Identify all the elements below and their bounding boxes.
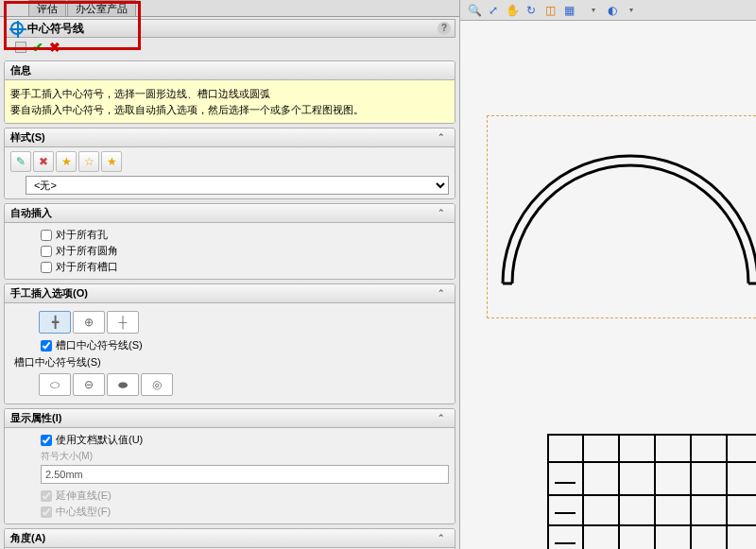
- zoom-icon[interactable]: 🔍: [466, 2, 483, 19]
- command-header: 中心符号线 ?: [4, 19, 455, 38]
- drawing-canvas[interactable]: [460, 21, 756, 549]
- scene-icon[interactable]: ◐: [604, 2, 621, 19]
- section-manual-title: 手工插入选项(O): [10, 286, 88, 300]
- collapse-icon[interactable]: ⌃: [438, 413, 449, 424]
- chk-ext-lines: [41, 490, 52, 502]
- lbl-size: 符号大小(M): [10, 448, 449, 465]
- arc-geometry: [479, 118, 756, 307]
- section-display-header[interactable]: 显示属性(I) ⌃: [5, 409, 455, 428]
- view-toolbar: 🔍 ⤢ ✋ ↻ ◫ ▦ ▾ ◐ ▾: [460, 0, 756, 21]
- chk-all-holes[interactable]: [41, 230, 52, 241]
- style-dropdown[interactable]: <无>: [26, 176, 449, 195]
- section-display-title: 显示属性(I): [10, 411, 61, 425]
- info-body: 要手工插入中心符号，选择一圆形边线、槽口边线或圆弧 要自动插入中心符号，选取自动…: [5, 80, 455, 123]
- style-addfav-btn[interactable]: ★: [56, 151, 77, 172]
- lbl-use-doc: 使用文档默认值(U): [56, 433, 143, 447]
- pan-icon[interactable]: ✋: [504, 2, 521, 19]
- lbl-slot-center-2: 槽口中心符号线(S): [10, 355, 449, 369]
- section-view-icon[interactable]: ◫: [541, 2, 558, 19]
- mark-style-line[interactable]: ┼: [107, 311, 139, 334]
- lbl-slot-center: 槽口中心符号线(S): [56, 338, 143, 352]
- lbl-ext-lines: 延伸直线(E): [56, 489, 112, 503]
- section-angle-title: 角度(A): [10, 531, 45, 545]
- display-style-icon[interactable]: ▦: [560, 2, 577, 19]
- section-style-title: 样式(S): [10, 130, 45, 145]
- mark-style-cross[interactable]: ╋: [39, 311, 71, 334]
- info-line2: 要自动插入中心符号，选取自动插入选项，然后选择一个或多个工程图视图。: [10, 102, 449, 118]
- ok-button[interactable]: ✔: [32, 40, 43, 55]
- lbl-all-slots: 对于所有槽口: [56, 260, 118, 274]
- table-geometry: [547, 434, 756, 549]
- slot-type-2[interactable]: ⊖: [73, 373, 105, 396]
- section-angle-header[interactable]: 角度(A) ⌃: [5, 529, 455, 548]
- section-display: 显示属性(I) ⌃ 使用文档默认值(U) 符号大小(M) 延伸直线(E) 中心线…: [4, 408, 455, 524]
- svg-rect-2: [548, 435, 756, 549]
- chk-slot-center[interactable]: [41, 340, 52, 352]
- cancel-button[interactable]: ✖: [49, 40, 60, 55]
- section-autoinsert: 自动插入 ⌃ 对于所有孔 对于所有圆角 对于所有槽口: [4, 203, 455, 280]
- section-info: 信息 要手工插入中心符号，选择一圆形边线、槽口边线或圆弧 要自动插入中心符号，选…: [4, 60, 455, 124]
- collapse-icon[interactable]: ⌃: [438, 533, 449, 544]
- section-style-header[interactable]: 样式(S) ⌃: [5, 129, 455, 147]
- center-mark-icon: [10, 22, 24, 35]
- zoom-fit-icon[interactable]: ⤢: [485, 2, 502, 19]
- chk-use-doc[interactable]: [41, 435, 52, 446]
- style-savefav-btn[interactable]: ★: [101, 151, 122, 172]
- collapse-icon[interactable]: ⌃: [438, 288, 449, 300]
- info-line1: 要手工插入中心符号，选择一圆形边线、槽口边线或圆弧: [10, 86, 449, 102]
- slot-type-1[interactable]: ⬭: [39, 373, 71, 396]
- collapse-icon[interactable]: ⌃: [438, 132, 449, 144]
- style-fav-btn[interactable]: ☆: [78, 151, 99, 172]
- chk-all-fillets[interactable]: [41, 246, 52, 257]
- mark-style-dot[interactable]: ⊕: [73, 311, 105, 334]
- section-info-header[interactable]: 信息: [5, 61, 455, 80]
- chk-center-line: [41, 506, 52, 518]
- style-delete-btn[interactable]: ✖: [33, 151, 54, 172]
- slot-type-4[interactable]: ◎: [141, 373, 173, 396]
- section-style: 样式(S) ⌃ ✎ ✖ ★ ☆ ★ <无>: [4, 128, 455, 199]
- tab-office[interactable]: 办公室产品: [67, 0, 136, 16]
- tab-eval[interactable]: 评估: [28, 0, 66, 16]
- help-icon[interactable]: ?: [438, 22, 451, 35]
- lbl-center-line: 中心线型(F): [56, 505, 111, 519]
- section-autoinsert-header[interactable]: 自动插入 ⌃: [5, 204, 455, 223]
- style-toolbar: ✎ ✖ ★ ☆ ★: [10, 151, 449, 172]
- section-autoinsert-title: 自动插入: [10, 206, 52, 220]
- command-title: 中心符号线: [27, 21, 84, 37]
- section-angle: 角度(A) ⌃ ↗ ▲ ▼: [4, 528, 455, 549]
- section-info-title: 信息: [10, 63, 31, 77]
- rotate-icon[interactable]: ↻: [523, 2, 540, 19]
- section-manual-header[interactable]: 手工插入选项(O) ⌃: [5, 284, 455, 303]
- style-apply-btn[interactable]: ✎: [10, 151, 31, 172]
- collapse-icon[interactable]: ⌃: [438, 208, 449, 219]
- section-manual: 手工插入选项(O) ⌃ ╋ ⊕ ┼ 槽口中心符号线(S) 槽口中心符号线(S) …: [4, 283, 455, 404]
- slot-type-3[interactable]: ⬬: [107, 373, 139, 396]
- size-input: [41, 465, 449, 484]
- lbl-all-holes: 对于所有孔: [56, 228, 108, 242]
- pushpin-icon[interactable]: [15, 42, 26, 53]
- view-dropdown-icon[interactable]: ▾: [585, 2, 602, 19]
- chk-all-slots[interactable]: [41, 262, 52, 273]
- lbl-all-fillets: 对于所有圆角: [56, 244, 118, 258]
- view-dropdown2-icon[interactable]: ▾: [623, 2, 640, 19]
